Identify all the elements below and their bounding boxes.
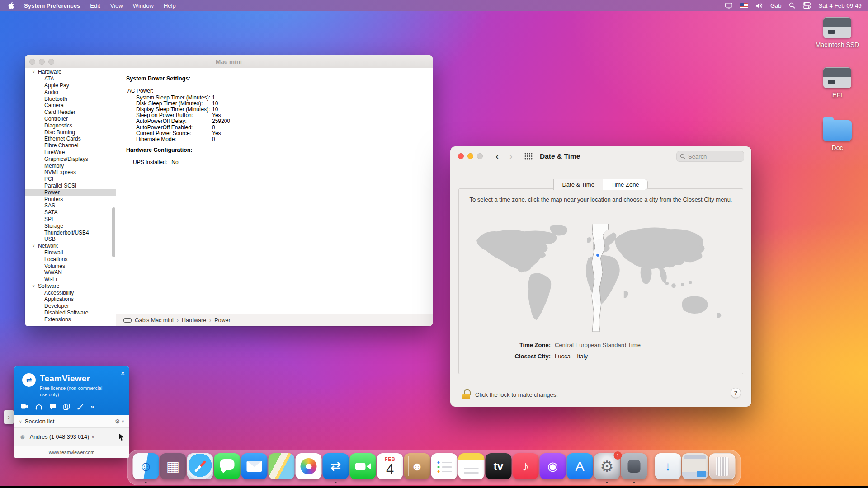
display-status-icon[interactable] bbox=[725, 3, 732, 9]
show-all-preferences-grid-icon[interactable] bbox=[524, 153, 533, 160]
chevron-down-icon[interactable]: ∨ bbox=[91, 435, 94, 439]
sidebar-item-power[interactable]: Power bbox=[25, 189, 116, 196]
dock-reminders[interactable] bbox=[431, 453, 458, 479]
sidebar-item[interactable]: SATA bbox=[25, 209, 116, 216]
dock-system-preferences[interactable]: ⚙ 1 bbox=[594, 453, 621, 479]
sidebar-item[interactable]: Disc Burning bbox=[25, 129, 116, 136]
sidebar-item[interactable]: Card Reader bbox=[25, 109, 116, 116]
video-call-icon[interactable] bbox=[21, 404, 28, 409]
disclosure-chevron-icon[interactable]: ∨ bbox=[31, 70, 36, 74]
dock-maps[interactable] bbox=[268, 453, 295, 479]
sidebar-item[interactable]: Apple Pay bbox=[25, 82, 116, 89]
session-list-header[interactable]: ∨ Session list ⚙ ∨ bbox=[14, 415, 129, 428]
dock-finder[interactable]: ☺ bbox=[132, 453, 160, 479]
titlebar[interactable]: Mac mini bbox=[25, 55, 433, 68]
dock-utility[interactable] bbox=[621, 453, 648, 479]
dock-trash[interactable] bbox=[709, 453, 736, 479]
sidebar-item[interactable]: NVMExpress bbox=[25, 169, 116, 176]
sidebar-item[interactable]: Locations bbox=[25, 256, 116, 263]
spotlight-search-icon[interactable] bbox=[789, 2, 795, 9]
sidebar-item[interactable]: Wi-Fi bbox=[25, 276, 116, 283]
dock-notes[interactable] bbox=[458, 453, 485, 479]
menu-item[interactable]: Edit bbox=[90, 2, 100, 9]
world-time-zone-map[interactable] bbox=[467, 224, 735, 332]
help-button[interactable]: ? bbox=[731, 388, 741, 398]
control-center-icon[interactable] bbox=[803, 2, 811, 9]
sidebar-item[interactable]: Audio bbox=[25, 89, 116, 95]
sidebar-item[interactable]: USB bbox=[25, 236, 116, 243]
gear-icon[interactable]: ⚙ bbox=[115, 418, 120, 425]
desktop-doc-folder[interactable]: Doc bbox=[823, 117, 852, 151]
user-switcher[interactable]: Gab bbox=[770, 2, 782, 9]
dock-appstore[interactable]: A bbox=[566, 453, 594, 479]
sidebar-item[interactable]: WWAN bbox=[25, 269, 116, 276]
dock-contacts[interactable]: ☻ bbox=[404, 453, 431, 479]
closest-city-value[interactable]: Lucca – Italy bbox=[555, 353, 588, 360]
chevron-down-icon[interactable]: ∨ bbox=[121, 419, 124, 424]
sidebar-item[interactable]: ATA bbox=[25, 75, 116, 82]
sidebar-item[interactable]: SAS bbox=[25, 202, 116, 209]
tab-date-time[interactable]: Date & Time bbox=[553, 179, 603, 190]
sidebar-item[interactable]: Firewall bbox=[25, 249, 116, 256]
dock-appletv[interactable]: tv bbox=[485, 453, 512, 479]
dock-launchpad[interactable]: ▦ bbox=[160, 453, 187, 479]
sidebar-item[interactable]: Applications bbox=[25, 296, 116, 303]
tab-time-zone[interactable]: Time Zone bbox=[603, 179, 648, 190]
disclosure-chevron-icon[interactable]: ∨ bbox=[31, 284, 36, 288]
sidebar-item[interactable]: Developer bbox=[25, 303, 116, 310]
dock-calendar[interactable]: FEB 4 bbox=[377, 453, 404, 479]
sidebar-item[interactable]: Volumes bbox=[25, 263, 116, 269]
audio-headset-icon[interactable] bbox=[35, 404, 42, 410]
dock-safari[interactable] bbox=[187, 453, 214, 479]
dock-facetime[interactable] bbox=[349, 453, 377, 479]
titlebar[interactable]: ‹ › Date & Time bbox=[450, 146, 751, 166]
menu-item[interactable]: View bbox=[110, 2, 123, 9]
sidebar-item[interactable]: ∨ Network bbox=[25, 243, 116, 249]
desktop-macintosh-ssd[interactable]: Macintosh SSD bbox=[816, 17, 859, 48]
close-button[interactable] bbox=[458, 153, 464, 159]
chat-icon[interactable] bbox=[49, 404, 57, 410]
chevron-down-icon[interactable]: ∨ bbox=[19, 419, 22, 424]
sidebar-item[interactable]: Fibre Channel bbox=[25, 142, 116, 149]
dock-teamviewer[interactable]: ⇄ bbox=[322, 453, 349, 479]
sidebar-scrollbar[interactable] bbox=[112, 207, 115, 257]
input-source-flag-icon[interactable] bbox=[740, 3, 748, 8]
sidebar-item[interactable]: Graphics/Displays bbox=[25, 155, 116, 162]
close-button[interactable] bbox=[29, 59, 35, 65]
file-transfer-icon[interactable] bbox=[63, 404, 70, 410]
dock-mail[interactable] bbox=[241, 453, 268, 479]
volume-icon[interactable] bbox=[755, 3, 763, 9]
sidebar-item[interactable]: Storage bbox=[25, 222, 116, 229]
session-row[interactable]: ☻ Andres (1 048 393 014) ∨ bbox=[14, 428, 129, 446]
search-input[interactable] bbox=[688, 153, 738, 160]
sidebar-item[interactable]: Thunderbolt/USB4 bbox=[25, 229, 116, 236]
sidebar-item[interactable]: ∨ Software bbox=[25, 283, 116, 290]
menu-bar-clock[interactable]: Sat 4 Feb 09:49 bbox=[818, 2, 862, 9]
apple-menu-icon[interactable] bbox=[8, 2, 14, 9]
session-participant[interactable]: Andres (1 048 393 014) bbox=[30, 434, 89, 440]
sidebar-item[interactable]: FireWire bbox=[25, 149, 116, 156]
sidebar-item[interactable]: SPI bbox=[25, 216, 116, 223]
dock-messages[interactable] bbox=[214, 453, 241, 479]
whiteboard-brush-icon[interactable] bbox=[77, 403, 84, 410]
sidebar-item[interactable]: Parallel SCSI bbox=[25, 183, 116, 189]
zoom-button[interactable] bbox=[48, 59, 54, 65]
sidebar-item[interactable]: Extensions bbox=[25, 316, 116, 323]
menu-item[interactable]: Window bbox=[133, 2, 154, 9]
dock-minimized-window[interactable] bbox=[682, 453, 709, 479]
dock-podcasts[interactable]: ◉ bbox=[539, 453, 566, 479]
sidebar-item[interactable]: Controller bbox=[25, 116, 116, 122]
desktop-efi[interactable]: EFI bbox=[823, 67, 851, 99]
back-button[interactable]: ‹ bbox=[495, 151, 499, 162]
sidebar-item[interactable]: Bluetooth bbox=[25, 95, 116, 102]
search-field[interactable] bbox=[676, 151, 744, 162]
sidebar-item[interactable]: Memory bbox=[25, 162, 116, 169]
sidebar-item[interactable]: Diagnostics bbox=[25, 122, 116, 129]
sidebar-item[interactable]: Ethernet Cards bbox=[25, 136, 116, 142]
sidebar-item[interactable]: ∨ Hardware bbox=[25, 69, 116, 75]
sidebar-item[interactable]: PCI bbox=[25, 176, 116, 183]
minimize-button[interactable] bbox=[39, 59, 45, 65]
active-app-menu[interactable]: System Preferences bbox=[24, 2, 80, 9]
dock-photos[interactable] bbox=[295, 453, 322, 479]
more-actions-icon[interactable]: » bbox=[90, 403, 94, 410]
